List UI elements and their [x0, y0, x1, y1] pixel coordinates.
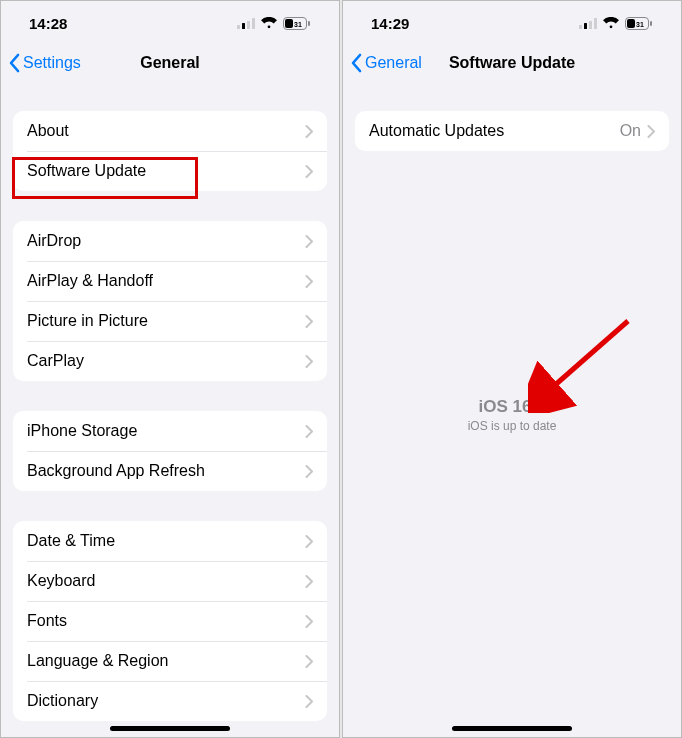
- settings-group: AboutSoftware Update: [13, 111, 327, 191]
- battery-icon: 31: [283, 17, 311, 30]
- row-date-time[interactable]: Date & Time: [13, 521, 327, 561]
- cellular-icon: [237, 18, 255, 29]
- row-label: Language & Region: [27, 652, 305, 670]
- svg-rect-1: [242, 23, 245, 29]
- svg-rect-5: [285, 19, 293, 28]
- row-label: Picture in Picture: [27, 312, 305, 330]
- chevron-right-icon: [305, 535, 313, 548]
- row-label: Automatic Updates: [369, 122, 620, 140]
- row-value: On: [620, 122, 641, 140]
- row-airdrop[interactable]: AirDrop: [13, 221, 327, 261]
- chevron-right-icon: [647, 125, 655, 138]
- chevron-right-icon: [305, 125, 313, 138]
- row-software-update[interactable]: Software Update: [13, 151, 327, 191]
- settings-group: AirDropAirPlay & HandoffPicture in Pictu…: [13, 221, 327, 381]
- settings-group: Date & TimeKeyboardFontsLanguage & Regio…: [13, 521, 327, 721]
- nav-header: Settings General: [1, 45, 339, 81]
- row-about[interactable]: About: [13, 111, 327, 151]
- svg-rect-14: [650, 21, 652, 26]
- status-time: 14:28: [29, 15, 67, 32]
- row-label: About: [27, 122, 305, 140]
- back-label: Settings: [23, 54, 81, 72]
- chevron-right-icon: [305, 615, 313, 628]
- row-label: Software Update: [27, 162, 305, 180]
- svg-rect-6: [308, 21, 310, 26]
- row-language-region[interactable]: Language & Region: [13, 641, 327, 681]
- chevron-right-icon: [305, 695, 313, 708]
- row-label: Keyboard: [27, 572, 305, 590]
- cellular-icon: [579, 18, 597, 29]
- row-keyboard[interactable]: Keyboard: [13, 561, 327, 601]
- back-button[interactable]: General: [349, 53, 422, 73]
- settings-group: Automatic Updates On: [355, 111, 669, 151]
- chevron-right-icon: [305, 655, 313, 668]
- back-label: General: [365, 54, 422, 72]
- chevron-left-icon: [349, 53, 363, 73]
- screen-software-update: 14:29 31 General Software Update Automat…: [342, 0, 682, 738]
- row-label: CarPlay: [27, 352, 305, 370]
- svg-text:31: 31: [636, 20, 644, 27]
- wifi-icon: [261, 17, 277, 29]
- content: AboutSoftware Update AirDropAirPlay & Ha…: [1, 81, 339, 737]
- screen-general: 14:28 31 Settings General AboutSoftware …: [0, 0, 340, 738]
- update-status: iOS 16.3 iOS is up to date: [343, 397, 681, 433]
- back-button[interactable]: Settings: [7, 53, 81, 73]
- svg-rect-2: [247, 21, 250, 29]
- row-label: Fonts: [27, 612, 305, 630]
- row-airplay-handoff[interactable]: AirPlay & Handoff: [13, 261, 327, 301]
- os-version: iOS 16.3: [343, 397, 681, 417]
- row-label: Dictionary: [27, 692, 305, 710]
- chevron-left-icon: [7, 53, 21, 73]
- chevron-right-icon: [305, 275, 313, 288]
- row-background-app-refresh[interactable]: Background App Refresh: [13, 451, 327, 491]
- row-carplay[interactable]: CarPlay: [13, 341, 327, 381]
- home-indicator[interactable]: [452, 726, 572, 731]
- svg-rect-11: [594, 18, 597, 29]
- svg-text:31: 31: [294, 20, 302, 27]
- home-indicator[interactable]: [110, 726, 230, 731]
- row-label: AirDrop: [27, 232, 305, 250]
- update-message: iOS is up to date: [343, 419, 681, 433]
- svg-rect-8: [579, 25, 582, 29]
- row-fonts[interactable]: Fonts: [13, 601, 327, 641]
- battery-icon: 31: [625, 17, 653, 30]
- status-bar: 14:29 31: [343, 1, 681, 45]
- svg-rect-10: [589, 21, 592, 29]
- status-bar: 14:28 31: [1, 1, 339, 45]
- chevron-right-icon: [305, 575, 313, 588]
- chevron-right-icon: [305, 425, 313, 438]
- wifi-icon: [603, 17, 619, 29]
- status-right: 31: [579, 17, 653, 30]
- row-label: AirPlay & Handoff: [27, 272, 305, 290]
- svg-rect-9: [584, 23, 587, 29]
- row-label: Background App Refresh: [27, 462, 305, 480]
- svg-rect-3: [252, 18, 255, 29]
- status-right: 31: [237, 17, 311, 30]
- row-picture-in-picture[interactable]: Picture in Picture: [13, 301, 327, 341]
- row-automatic-updates[interactable]: Automatic Updates On: [355, 111, 669, 151]
- chevron-right-icon: [305, 165, 313, 178]
- svg-rect-0: [237, 25, 240, 29]
- svg-rect-13: [627, 19, 635, 28]
- row-label: Date & Time: [27, 532, 305, 550]
- chevron-right-icon: [305, 315, 313, 328]
- row-label: iPhone Storage: [27, 422, 305, 440]
- chevron-right-icon: [305, 355, 313, 368]
- status-time: 14:29: [371, 15, 409, 32]
- nav-header: General Software Update: [343, 45, 681, 81]
- chevron-right-icon: [305, 235, 313, 248]
- row-iphone-storage[interactable]: iPhone Storage: [13, 411, 327, 451]
- chevron-right-icon: [305, 465, 313, 478]
- row-dictionary[interactable]: Dictionary: [13, 681, 327, 721]
- settings-group: iPhone StorageBackground App Refresh: [13, 411, 327, 491]
